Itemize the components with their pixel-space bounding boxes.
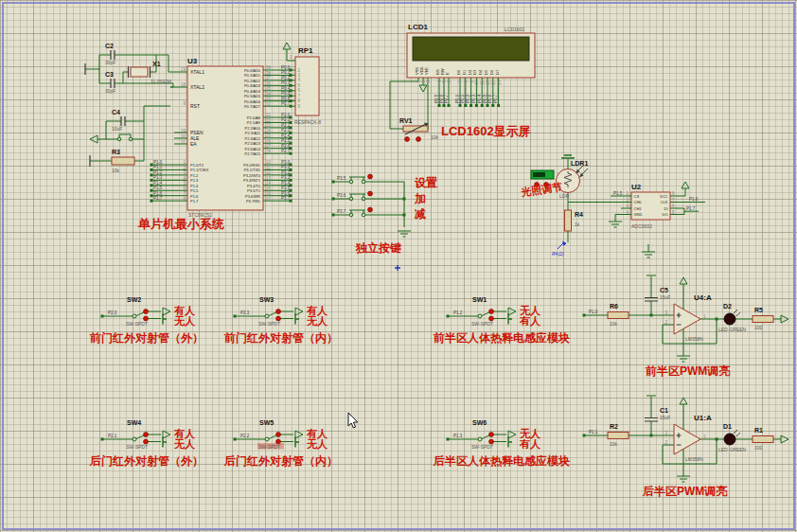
p3-net-label: P3.4: [281, 181, 291, 186]
adc-left-num: 4: [626, 210, 629, 215]
mcu-xtal-num: 18: [181, 82, 186, 87]
pwm-net-label: P1.1: [589, 430, 598, 434]
push-button[interactable]: [362, 180, 365, 184]
switch-net-label: P1.3: [453, 434, 463, 438]
mcu-p0-pin: P0.4/AD4: [244, 89, 261, 94]
p2-net-label: P2.7: [281, 149, 291, 153]
c2-ref: C2: [105, 43, 114, 49]
mcu-xtal-num: 1918: [181, 67, 186, 87]
switch-module-SW5[interactable]: P2.2SW5SW-SPDT有人无人后门红外对射管（内）: [223, 419, 338, 468]
switch-pole[interactable]: [133, 437, 136, 441]
state-dot[interactable]: [368, 174, 373, 179]
mcu-ctrl-num: 29: [181, 129, 186, 133]
switch-part: SW-SPDT: [258, 444, 280, 450]
state-dot[interactable]: [276, 310, 281, 314]
mcu-p3-pin: P3.0/RXD: [243, 163, 260, 168]
pwm-caption: 前半区PWM调亮: [645, 364, 731, 378]
switch-pole[interactable]: [133, 314, 136, 318]
opamp-pin-num: 1: [703, 434, 706, 439]
switch-module-SW1[interactable]: P1.2SW1SW-SPDT无人有人前半区人体热释电感应模块: [433, 296, 570, 345]
rout-body[interactable]: [753, 436, 773, 443]
pwm-module-U4:A[interactable]: P1.0R610kC515uF321U4:ALM358ND2LED-GREENR…: [583, 275, 789, 378]
mcu-p1-num: 12345678: [183, 160, 186, 201]
p1-net-label: P1.4: [153, 181, 163, 186]
adc-data-net: P1.7: [686, 206, 696, 211]
junction-dot: [481, 104, 484, 107]
rout-body[interactable]: [753, 316, 773, 323]
origin-marker-icon: [395, 265, 400, 271]
push-button[interactable]: [349, 213, 353, 217]
switch-pole[interactable]: [265, 314, 269, 318]
state-dot[interactable]: [489, 310, 494, 314]
c2-value: 30pF: [105, 60, 115, 65]
reset-button[interactable]: [129, 137, 133, 141]
reset-button[interactable]: [117, 137, 121, 141]
switch-module-SW4[interactable]: P2.1SW4SW-SPDT有人无人后门红外对射管（外）: [89, 419, 204, 468]
switch-module-SW2[interactable]: P2.0SW2SW-SPDT有人无人前门红外对射管（外）: [89, 296, 204, 345]
state-dot[interactable]: [144, 433, 149, 437]
adc-left-num: 3: [626, 204, 629, 208]
crystal-body[interactable]: [131, 67, 148, 77]
junction-dot: [332, 181, 335, 184]
lcd-pin-num: 10: [474, 80, 479, 86]
p0-net-label: P0.7: [281, 101, 291, 106]
switch-modules: P2.0SW2SW-SPDT有人无人前门红外对射管（外）P2.3SW3SW-SP…: [89, 296, 570, 468]
switch-pole[interactable]: [478, 314, 482, 318]
junction-dot: [475, 104, 478, 107]
switch-part: SW-SPDT: [126, 321, 148, 327]
state-dot[interactable]: [144, 310, 149, 314]
mcu-p1-pin: P1.0/T2: [190, 163, 204, 168]
push-button[interactable]: [349, 197, 353, 201]
pwm-module-U1:A[interactable]: P1.1R210kC115uF321U1:ALM358ND1LED-GREENR…: [583, 396, 789, 498]
mcu-p2-num: 2122232425262728: [266, 113, 272, 153]
push-button[interactable]: [349, 180, 353, 184]
led-body[interactable]: [724, 434, 735, 445]
switch-state-bottom: 无人: [306, 438, 328, 451]
ground-terminal-icon: [419, 85, 427, 92]
led-body[interactable]: [724, 313, 735, 325]
opamp-body[interactable]: [674, 304, 700, 334]
switch-module-SW3[interactable]: P2.3SW3SW-SPDT有人无人前门红外对射管（内）: [223, 296, 338, 345]
rv1-decrease-dot[interactable]: [405, 137, 410, 142]
state-dot[interactable]: [489, 433, 494, 437]
junction-dot: [403, 198, 406, 201]
switch-pole[interactable]: [265, 437, 269, 441]
state-dot[interactable]: [276, 433, 281, 437]
ldr-ref: LDR1: [571, 160, 588, 167]
lcd-pin: VEE: [424, 67, 429, 75]
adc-left-pin: CH0: [634, 200, 643, 204]
push-button[interactable]: [362, 197, 365, 201]
opamp-pin-num: 3: [664, 310, 667, 315]
mcu-xtal-pin: XTAL1: [190, 69, 204, 75]
junction-dot: [491, 104, 494, 107]
p1-net-label: P1.5: [153, 186, 163, 190]
x1-value: 11.0592M: [151, 79, 171, 84]
state-dot[interactable]: [368, 191, 373, 196]
lcd-pin-num: 13: [491, 80, 496, 86]
state-dot[interactable]: [368, 207, 373, 212]
mcu-p3-pin: P3.1/TXD: [244, 168, 260, 172]
r4-body[interactable]: [565, 210, 572, 231]
switch-pole[interactable]: [478, 437, 482, 441]
r3-body[interactable]: [112, 157, 134, 165]
push-button[interactable]: [362, 213, 365, 217]
rout-value: 100: [754, 445, 763, 451]
opamp-body[interactable]: [674, 424, 700, 454]
lcd-data-net: P0.2: [466, 94, 470, 103]
rin-body[interactable]: [608, 312, 629, 319]
lcd-part: LCD1602: [505, 27, 524, 32]
lcd-data-net: P0.5: [483, 94, 487, 103]
wire: [295, 437, 299, 448]
rv1-increase-dot[interactable]: [416, 137, 421, 142]
output-terminal-icon: [508, 431, 516, 438]
lcd-pin: D4: [478, 69, 483, 75]
rin-body[interactable]: [608, 433, 629, 439]
output-terminal-icon: [781, 315, 788, 323]
p0-net-label: P0.0P0.1P0.2P0.3P0.4P0.5P0.6P0.7: [280, 65, 295, 108]
switch-module-SW6[interactable]: P1.3SW6SW-SPDT无人有人后半区人体热释电感应模块: [433, 419, 570, 468]
opamp-part: LM358N: [685, 336, 703, 342]
p2-net-label: P2.4: [281, 133, 291, 138]
junction-dot: [497, 104, 500, 107]
wire: [163, 314, 167, 325]
switch-ref: SW4: [127, 419, 141, 426]
